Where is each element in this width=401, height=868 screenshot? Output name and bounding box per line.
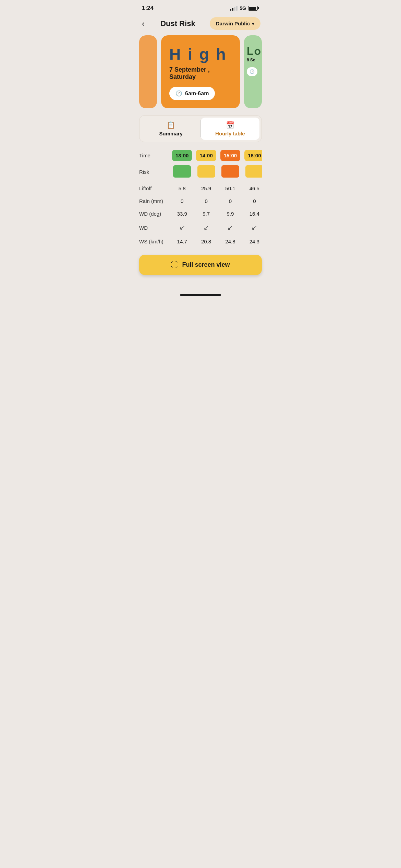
- risk-col-2: [194, 162, 218, 182]
- time-value-2: 14:00: [196, 150, 216, 161]
- ws-val-4: 24.3: [242, 235, 262, 248]
- next-clock-icon: 🕐: [250, 69, 255, 74]
- data-table-container: Time 13:00 14:00 15:00 16:00 17:00 Risk …: [139, 149, 262, 248]
- rain-val-4: 0: [242, 195, 262, 207]
- ws-val-2: 20.8: [194, 235, 218, 248]
- status-time: 1:24: [142, 5, 154, 12]
- wd-arrow-3: ↙: [218, 220, 242, 235]
- chevron-down-icon: ▾: [252, 21, 254, 26]
- liftoff-val-1: 5.8: [170, 182, 194, 195]
- wd-deg-val-1: 33.9: [170, 207, 194, 220]
- location-label: Darwin Public: [216, 21, 250, 26]
- tab-hourly-label: Hourly table: [215, 131, 245, 136]
- wd-deg-val-2: 9.7: [194, 207, 218, 220]
- time-col-2: 14:00: [194, 149, 218, 162]
- next-date: 8 Se: [247, 58, 259, 62]
- home-indicator: [134, 289, 267, 299]
- time-col-4: 16:00: [242, 149, 262, 162]
- time-row: Time 13:00 14:00 15:00 16:00 17:00: [139, 149, 262, 162]
- risk-cell-4: [245, 165, 262, 178]
- battery-icon: [248, 6, 259, 11]
- ws-val-1: 14.7: [170, 235, 194, 248]
- time-col-3: 15:00: [218, 149, 242, 162]
- time-range: 6am-6am: [185, 91, 209, 97]
- wd-arrow-label: WD: [139, 220, 170, 235]
- rain-label: Rain (mm): [139, 195, 170, 207]
- wd-arrow-2: ↙: [194, 220, 218, 235]
- main-card[interactable]: H i g h 7 September , Saturday 🕐 6am-6am: [161, 35, 240, 108]
- risk-col-4: [242, 162, 262, 182]
- time-value-3: 15:00: [220, 150, 240, 161]
- rain-row: Rain (mm) 0 0 0 0 0: [139, 195, 262, 207]
- back-button[interactable]: ‹: [141, 17, 146, 30]
- fullscreen-button[interactable]: ⛶ Full screen view: [139, 255, 262, 275]
- ws-label: WS (km/h): [139, 235, 170, 248]
- wd-arrow-4: ↙: [242, 220, 262, 235]
- next-risk-level: Lo: [247, 45, 259, 58]
- liftoff-row: Liftoff 5.8 25.9 50.1 46.5 32.7: [139, 182, 262, 195]
- cards-carousel: H i g h 7 September , Saturday 🕐 6am-6am…: [134, 35, 267, 108]
- next-time-badge: 🕐: [247, 67, 257, 76]
- time-value-4: 16:00: [244, 150, 262, 161]
- network-label: 5G: [240, 5, 246, 11]
- time-value-1: 13:00: [172, 150, 192, 161]
- wd-deg-row: WD (deg) 33.9 9.7 9.9 16.4 20.5: [139, 207, 262, 220]
- tab-summary[interactable]: 📋 Summary: [142, 118, 200, 140]
- risk-cell-2: [197, 165, 215, 178]
- status-bar: 1:24 5G: [134, 0, 267, 14]
- time-label: Time: [139, 149, 170, 162]
- time-badge: 🕐 6am-6am: [169, 87, 215, 100]
- wd-deg-val-4: 16.4: [242, 207, 262, 220]
- status-icons: 5G: [230, 5, 259, 11]
- risk-level: H i g h: [169, 45, 232, 63]
- risk-col-1: [170, 162, 194, 182]
- fullscreen-icon: ⛶: [171, 261, 178, 269]
- next-card[interactable]: Lo 8 Se 🕐: [244, 35, 262, 108]
- prev-card[interactable]: [139, 35, 157, 108]
- tab-summary-label: Summary: [159, 131, 183, 136]
- header: ‹ Dust Risk Darwin Public ▾: [134, 14, 267, 35]
- hourly-table: Time 13:00 14:00 15:00 16:00 17:00 Risk …: [139, 149, 262, 248]
- ws-row: WS (km/h) 14.7 20.8 24.8 24.3 22.1: [139, 235, 262, 248]
- card-date: 7 September , Saturday: [169, 66, 232, 81]
- signal-bars-icon: [230, 6, 238, 11]
- risk-cell-1: [173, 165, 191, 178]
- tab-hourly[interactable]: 📅 Hourly table: [201, 118, 260, 140]
- rain-val-1: 0: [170, 195, 194, 207]
- tab-switcher: 📋 Summary 📅 Hourly table: [139, 115, 262, 142]
- page-title: Dust Risk: [160, 19, 195, 28]
- liftoff-val-4: 46.5: [242, 182, 262, 195]
- fullscreen-label: Full screen view: [182, 261, 230, 268]
- risk-label: Risk: [139, 162, 170, 182]
- ws-val-3: 24.8: [218, 235, 242, 248]
- hourly-icon: 📅: [226, 121, 234, 129]
- location-selector[interactable]: Darwin Public ▾: [210, 17, 260, 30]
- time-col-1: 13:00: [170, 149, 194, 162]
- risk-col-3: [218, 162, 242, 182]
- risk-cell-3: [221, 165, 239, 178]
- wd-arrow-row: WD ↙ ↙ ↙ ↙ ↙: [139, 220, 262, 235]
- liftoff-label: Liftoff: [139, 182, 170, 195]
- risk-row: Risk: [139, 162, 262, 182]
- rain-val-3: 0: [218, 195, 242, 207]
- liftoff-val-2: 25.9: [194, 182, 218, 195]
- wd-deg-label: WD (deg): [139, 207, 170, 220]
- wd-arrow-1: ↙: [170, 220, 194, 235]
- home-bar: [180, 294, 221, 296]
- wd-deg-val-3: 9.9: [218, 207, 242, 220]
- rain-val-2: 0: [194, 195, 218, 207]
- liftoff-val-3: 50.1: [218, 182, 242, 195]
- summary-icon: 📋: [167, 121, 175, 129]
- clock-icon: 🕐: [175, 90, 182, 97]
